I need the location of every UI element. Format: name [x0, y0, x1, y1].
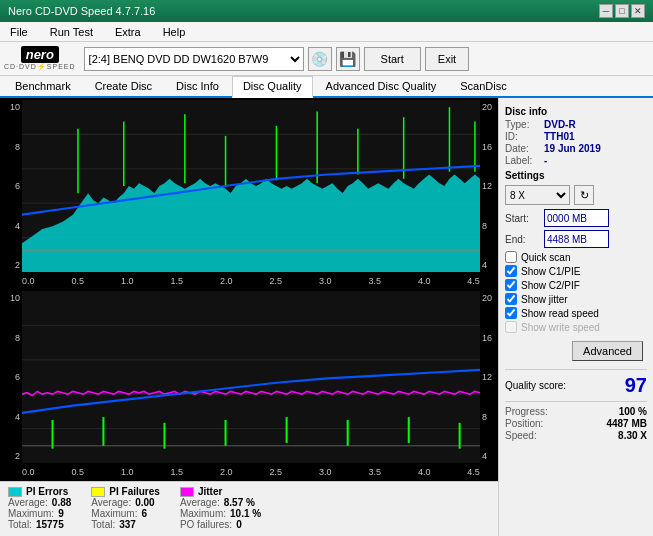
quality-score-label: Quality score: — [505, 380, 566, 391]
top-chart-y-right: 20 16 12 8 4 — [480, 100, 498, 272]
show-write-checkbox — [505, 321, 517, 333]
bottom-chart-svg — [22, 291, 480, 463]
titlebar-title: Nero CD-DVD Speed 4.7.7.16 — [8, 5, 155, 17]
advanced-button[interactable]: Advanced — [572, 341, 643, 361]
show-jitter-checkbox[interactable] — [505, 293, 517, 305]
close-button[interactable]: ✕ — [631, 4, 645, 18]
quick-scan-checkbox[interactable] — [505, 251, 517, 263]
eject-icon[interactable]: 💿 — [308, 47, 332, 71]
tab-disc-quality[interactable]: Disc Quality — [232, 76, 313, 98]
toolbar: nero CD·DVD⚡SPEED [2:4] BENQ DVD DD DW16… — [0, 42, 653, 76]
start-label: Start: — [505, 213, 540, 224]
show-read-label: Show read speed — [521, 308, 599, 319]
end-label: End: — [505, 234, 540, 245]
top-chart-svg — [22, 100, 480, 272]
start-input[interactable] — [544, 209, 609, 227]
show-read-checkbox[interactable] — [505, 307, 517, 319]
menu-extra[interactable]: Extra — [109, 24, 147, 40]
show-c1pie-label: Show C1/PIE — [521, 266, 580, 277]
quality-score-value: 97 — [625, 374, 647, 397]
speed-settings: 8 X ↻ — [505, 185, 647, 205]
y-label: 20 — [480, 102, 498, 112]
show-c2pif-checkbox[interactable] — [505, 279, 517, 291]
y-label: 8 — [480, 221, 498, 231]
y-label: 12 — [480, 181, 498, 191]
top-chart-y-left: 10 8 6 4 2 — [0, 100, 22, 272]
progress-section: Progress: 100 % Position: 4487 MB Speed:… — [505, 401, 647, 441]
pif-color-box — [91, 487, 105, 497]
menu-run-test[interactable]: Run Test — [44, 24, 99, 40]
y-label: 16 — [480, 142, 498, 152]
pie-title: PI Errors — [8, 486, 71, 497]
nero-logo: nero CD·DVD⚡SPEED — [4, 46, 76, 71]
y-label: 8 — [0, 142, 22, 152]
pie-stats: PI Errors Average: 0.88 Maximum: 9 Total… — [8, 486, 71, 532]
titlebar-controls: ─ □ ✕ — [599, 4, 645, 18]
pie-color-box — [8, 487, 22, 497]
refresh-button[interactable]: ↻ — [574, 185, 594, 205]
y-label: 4 — [0, 221, 22, 231]
save-icon[interactable]: 💾 — [336, 47, 360, 71]
drive-selector[interactable]: [2:4] BENQ DVD DD DW1620 B7W9 — [84, 47, 304, 71]
pif-title: PI Failures — [91, 486, 160, 497]
y-label: 4 — [480, 260, 498, 270]
menubar: File Run Test Extra Help — [0, 22, 653, 42]
tab-benchmark[interactable]: Benchmark — [4, 76, 82, 96]
minimize-button[interactable]: ─ — [599, 4, 613, 18]
speed-selector[interactable]: 8 X — [505, 185, 570, 205]
end-input[interactable] — [544, 230, 609, 248]
right-panel: Disc info Type: DVD-R ID: TTH01 Date: 19… — [498, 98, 653, 536]
show-c1pie-checkbox[interactable] — [505, 265, 517, 277]
exit-button[interactable]: Exit — [425, 47, 469, 71]
jitter-stats: Jitter Average: 8.57 % Maximum: 10.1 % P… — [180, 486, 261, 532]
tab-advanced-disc-quality[interactable]: Advanced Disc Quality — [315, 76, 448, 96]
main-content: 10 8 6 4 2 20 16 12 8 4 — [0, 98, 653, 536]
jitter-title: Jitter — [180, 486, 261, 497]
maximize-button[interactable]: □ — [615, 4, 629, 18]
tab-bar: Benchmark Create Disc Disc Info Disc Qua… — [0, 76, 653, 98]
bottom-chart-y-left: 10 8 6 4 2 — [0, 291, 22, 463]
stats-bar: PI Errors Average: 0.88 Maximum: 9 Total… — [0, 481, 498, 536]
y-label: 10 — [0, 102, 22, 112]
titlebar: Nero CD-DVD Speed 4.7.7.16 ─ □ ✕ — [0, 0, 653, 22]
svg-rect-16 — [22, 291, 480, 463]
y-label: 6 — [0, 181, 22, 191]
menu-help[interactable]: Help — [157, 24, 192, 40]
bottom-chart-x-axis: 0.0 0.5 1.0 1.5 2.0 2.5 3.0 3.5 4.0 4.5 — [22, 463, 480, 481]
bottom-chart: 10 8 6 4 2 20 16 12 8 4 — [0, 289, 498, 481]
disc-info-title: Disc info — [505, 106, 647, 117]
show-jitter-label: Show jitter — [521, 294, 568, 305]
bottom-chart-y-right: 20 16 12 8 4 — [480, 291, 498, 463]
show-write-label: Show write speed — [521, 322, 600, 333]
tab-create-disc[interactable]: Create Disc — [84, 76, 163, 96]
tab-disc-info[interactable]: Disc Info — [165, 76, 230, 96]
settings-title: Settings — [505, 170, 647, 181]
quality-section: Quality score: 97 — [505, 369, 647, 397]
top-chart-x-axis: 0.0 0.5 1.0 1.5 2.0 2.5 3.0 3.5 4.0 4.5 — [22, 272, 480, 290]
jitter-color-box — [180, 487, 194, 497]
charts-panel: 10 8 6 4 2 20 16 12 8 4 — [0, 98, 498, 536]
tab-scandisc[interactable]: ScanDisc — [449, 76, 517, 96]
y-label: 2 — [0, 260, 22, 270]
show-c2pif-label: Show C2/PIF — [521, 280, 580, 291]
start-button[interactable]: Start — [364, 47, 421, 71]
menu-file[interactable]: File — [4, 24, 34, 40]
pif-stats: PI Failures Average: 0.00 Maximum: 6 Tot… — [91, 486, 160, 532]
quick-scan-label: Quick scan — [521, 252, 570, 263]
